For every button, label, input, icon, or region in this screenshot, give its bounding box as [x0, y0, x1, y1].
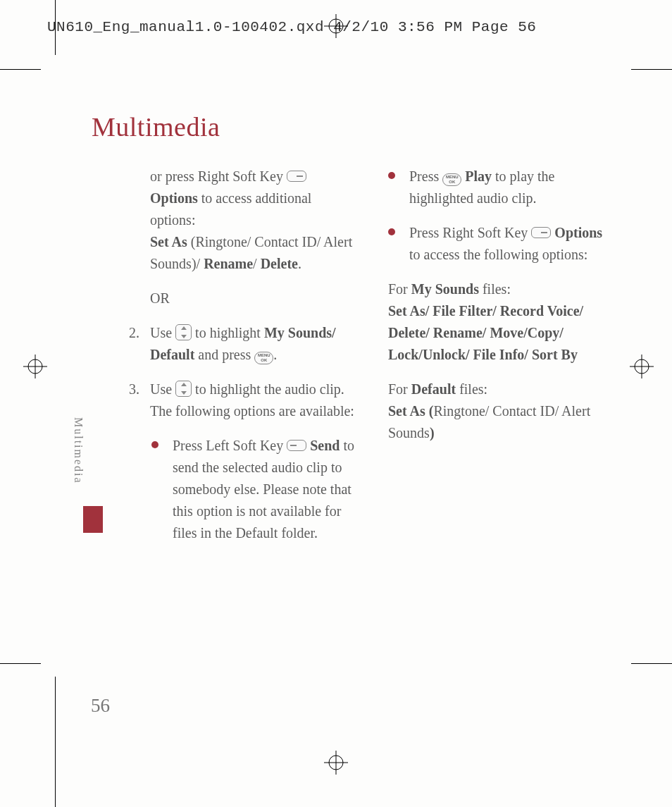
navigation-key-icon	[175, 381, 192, 397]
paragraph: OR	[129, 288, 354, 309]
step-number: 3.	[129, 378, 139, 400]
text: or press Right Soft Key	[150, 168, 287, 184]
text: files:	[479, 281, 511, 297]
column-right: Press MENU OK Play to play the highlight…	[388, 166, 614, 557]
body-content: or press Right Soft Key Options to acces…	[129, 166, 618, 557]
text-bold: Send	[310, 438, 340, 453]
text-bold: )	[430, 425, 435, 441]
registration-mark-icon	[324, 751, 348, 775]
text-bold: Options	[554, 225, 602, 240]
text: For	[388, 381, 411, 397]
text: to highlight	[195, 325, 264, 340]
bullet-icon	[388, 228, 395, 235]
text: Use	[150, 381, 175, 397]
page-number: 56	[91, 695, 110, 717]
bullet-item: Press Left Soft Key Send to send the sel…	[129, 435, 354, 544]
step-2: 2. Use to highlight My Sounds/ Default a…	[129, 322, 354, 366]
registration-mark-icon	[324, 14, 348, 38]
crop-mark	[0, 663, 41, 664]
section-tab-label: Multimedia	[72, 417, 85, 484]
bullet-item: Press MENU OK Play to play the highlight…	[388, 166, 614, 209]
column-left: or press Right Soft Key Options to acces…	[129, 166, 354, 557]
right-soft-key-icon	[531, 227, 551, 238]
text: files:	[456, 381, 487, 397]
crop-mark	[631, 663, 672, 664]
text: to access the following options:	[409, 247, 587, 262]
text-bold: Set As/ File Filter/ Record Voice/ Delet…	[388, 303, 583, 362]
text-bold: Play	[465, 168, 492, 184]
text: .	[298, 256, 301, 271]
text: .	[273, 347, 277, 362]
text: Press	[409, 168, 442, 184]
registration-mark-icon	[630, 355, 654, 378]
navigation-key-icon	[175, 324, 192, 340]
crop-mark	[55, 677, 56, 807]
section-tab-marker	[83, 506, 103, 533]
ok-key-icon: MENU OK	[254, 352, 273, 364]
print-header: UN610_Eng_manual1.0-100402.qxd 4/2/10 3:…	[47, 19, 536, 35]
step-3: 3. Use to highlight the audio clip. The …	[129, 378, 354, 422]
crop-mark	[631, 69, 672, 70]
registration-mark-icon	[23, 355, 47, 378]
text: and press	[194, 347, 254, 362]
paragraph: For My Sounds files: Set As/ File Filter…	[388, 278, 614, 366]
step-number: 2.	[129, 322, 139, 344]
text: Press Left Soft Key	[173, 438, 287, 453]
text-bold: Set As	[150, 234, 187, 250]
text-bold: Default	[411, 381, 456, 397]
text-bold: Options	[150, 190, 198, 206]
text: Use	[150, 325, 175, 340]
text: For	[388, 281, 411, 297]
text-bold: Delete	[261, 256, 298, 271]
ok-key-icon: MENU OK	[442, 173, 461, 186]
bullet-item: Press Right Soft Key Options to access t…	[388, 222, 614, 266]
bullet-icon	[151, 441, 158, 448]
crop-mark	[0, 69, 41, 70]
text: Press Right Soft Key	[409, 225, 531, 240]
text: /	[253, 256, 261, 271]
text-bold: Set As (	[388, 403, 433, 419]
bullet-icon	[388, 172, 395, 179]
page-title: Multimedia	[92, 111, 220, 142]
crop-mark	[55, 0, 56, 55]
text-bold: Rename	[204, 256, 253, 271]
left-soft-key-icon	[287, 440, 306, 451]
paragraph: For Default files: Set As (Ringtone/ Con…	[388, 378, 614, 444]
right-soft-key-icon	[287, 171, 306, 182]
paragraph: or press Right Soft Key Options to acces…	[129, 166, 354, 275]
text-bold: My Sounds	[411, 281, 479, 297]
